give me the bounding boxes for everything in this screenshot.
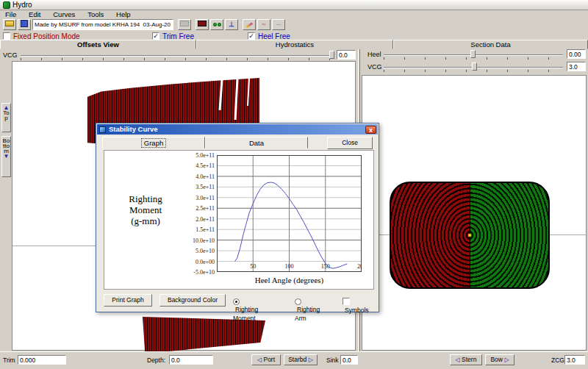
window-title: Hydro (12, 1, 32, 9)
y-tick-label: 3.0e+11 (104, 195, 215, 201)
line-icon[interactable]: -- (272, 19, 285, 30)
bodyplan-sections (390, 182, 550, 289)
vcg-slider-ticks (21, 58, 334, 60)
x-axis-title: Heel Angle (degrees) (217, 276, 362, 284)
vcg-slider-thumb-right[interactable] (472, 62, 477, 71)
window-titlebar: Hydro (0, 0, 588, 10)
plumb-icon[interactable]: ⊥ (225, 19, 238, 30)
tab-offsets-view[interactable]: Offsets View (0, 40, 196, 49)
open-folder-icon[interactable] (3, 19, 16, 30)
zcg-value: 3.0 (564, 355, 585, 365)
app-window: Hydro File Edit Curves Tools Help ⊥ ~ --… (0, 0, 588, 369)
y-tick-label: 5.0e+11 (104, 152, 215, 159)
down-arrow-icon: ▼ (4, 153, 10, 160)
menu-tools[interactable]: Tools (82, 10, 109, 18)
app-icon (3, 1, 10, 9)
check-icon: ✓ (248, 32, 254, 40)
left-arrow-icon: ◁ (257, 357, 262, 363)
menu-file[interactable]: File (0, 10, 21, 18)
dialog-title: Stability Curve (109, 125, 158, 133)
edit-icon[interactable] (243, 19, 256, 30)
trim-label: Trim (3, 357, 15, 364)
toolbar: ⊥ ~ -- (0, 18, 588, 31)
dialog-titlebar[interactable]: Stability Curve x (97, 124, 378, 135)
heel-slider-thumb[interactable] (470, 50, 476, 58)
save-icon[interactable] (18, 19, 31, 30)
heel-value[interactable]: 0.00 (567, 49, 586, 59)
menu-edit[interactable]: Edit (24, 10, 46, 18)
curve-icon[interactable]: ~ (257, 19, 270, 30)
right-arrow-icon: ▷ (504, 357, 509, 363)
stability-curve-plot: 50100150200 (217, 155, 362, 272)
chart-panel: Righting Moment (g-mm) 5.0e+114.5e+114.0… (104, 150, 374, 290)
left-arrow-icon: ◁ (456, 357, 460, 363)
trim-value: 0.000 (18, 355, 66, 365)
vcg-label-right: VCG (368, 63, 382, 71)
print-icon[interactable] (178, 19, 191, 30)
bodyplan-port-half (391, 183, 470, 287)
tab-section-data[interactable]: Section Data (393, 40, 588, 49)
vcg-slider-thumb-left[interactable] (329, 51, 334, 59)
tab-hydrostatics[interactable]: Hydrostatics (196, 40, 393, 49)
y-tick-label: 5.0e+10 (104, 248, 215, 254)
stability-curve-dialog: Stability Curve x Graph Data Close Right… (96, 123, 379, 312)
y-tick-label: 2.0e+11 (104, 216, 215, 223)
center-of-gravity-dot (468, 234, 471, 237)
depth-label: Depth: (147, 357, 165, 364)
svg-text:50: 50 (250, 263, 256, 270)
right-arrow-icon: ▷ (309, 357, 313, 363)
y-tick-label: 2.5e+11 (104, 205, 215, 212)
sink-label: Sink (326, 357, 339, 364)
find-icon[interactable] (210, 19, 223, 30)
waterline-icon[interactable] (196, 19, 209, 30)
y-tick-label: 0.0e+00 (104, 259, 215, 265)
y-tick-label: 4.0e+11 (104, 173, 215, 180)
menu-curves[interactable]: Curves (48, 10, 80, 18)
righting-arm-radio[interactable]: Righting Arm (295, 297, 320, 322)
check-icon: ✓ (153, 32, 159, 40)
dialog-icon (99, 126, 106, 133)
y-tick-label: 1.5e+11 (104, 226, 215, 233)
dialog-tab-graph[interactable]: Graph (102, 137, 205, 148)
vcg-value-left[interactable]: 0.0 (337, 50, 356, 60)
stern-button[interactable]: ◁ Stern (450, 354, 482, 365)
svg-text:200: 200 (357, 263, 362, 270)
heel-label: Heel (368, 51, 381, 58)
bow-button[interactable]: Bow ▷ (485, 354, 514, 365)
righting-moment-radio[interactable]: Righting Moment (233, 297, 258, 322)
dialog-tab-data[interactable]: Data (205, 137, 308, 148)
mode-bar: Fixed Position Mode ✓ Trim Free ✓ Heel F… (0, 31, 588, 40)
vcg-label-left: VCG (3, 51, 18, 59)
svg-text:150: 150 (321, 263, 330, 270)
bodyplan-starboard-half (470, 183, 548, 287)
print-graph-button[interactable]: Print Graph (104, 294, 152, 307)
dialog-close-button[interactable]: Close (327, 137, 373, 149)
starbd-button[interactable]: Starbd ▷ (284, 354, 318, 365)
y-tick-label: -5.0e+10 (104, 269, 215, 276)
symbols-checkbox[interactable]: Symbols (343, 297, 369, 314)
y-tick-label: 3.5e+11 (104, 184, 215, 190)
trim-free-checkbox[interactable]: ✓ (152, 32, 159, 40)
status-bar: Trim 0.000 Depth: 0.0 ◁ Port Starbd ▷ Si… (0, 351, 588, 369)
y-tick-label: 4.5e+11 (104, 162, 215, 169)
zcg-label: ZCG (551, 357, 564, 364)
view-tabs: Offsets View Hydrostatics Section Data (0, 40, 588, 49)
svg-text:100: 100 (285, 263, 294, 270)
depth-value[interactable]: 0.0 (169, 355, 213, 365)
background-color-button[interactable]: Background Color (159, 294, 226, 307)
vcg-slider-left[interactable] (21, 55, 334, 57)
heel-free-checkbox[interactable]: ✓ (248, 32, 255, 40)
hull-sections-bottom (143, 317, 265, 354)
menu-bar: File Edit Curves Tools Help (0, 10, 588, 18)
view-bottom-button[interactable]: Bottom▼ (1, 136, 11, 177)
menu-help[interactable]: Help (111, 10, 136, 18)
fixed-position-checkbox[interactable] (3, 32, 10, 40)
close-icon[interactable]: x (365, 126, 376, 134)
model-info-field[interactable] (32, 19, 173, 30)
y-tick-label: 10.0e+10 (104, 237, 215, 244)
view-top-button[interactable]: ▲Top (1, 103, 11, 132)
vcg-value-right[interactable]: 3.0 (567, 62, 586, 71)
sink-value: 0.0 (340, 355, 358, 365)
port-button[interactable]: ◁ Port (251, 354, 281, 365)
